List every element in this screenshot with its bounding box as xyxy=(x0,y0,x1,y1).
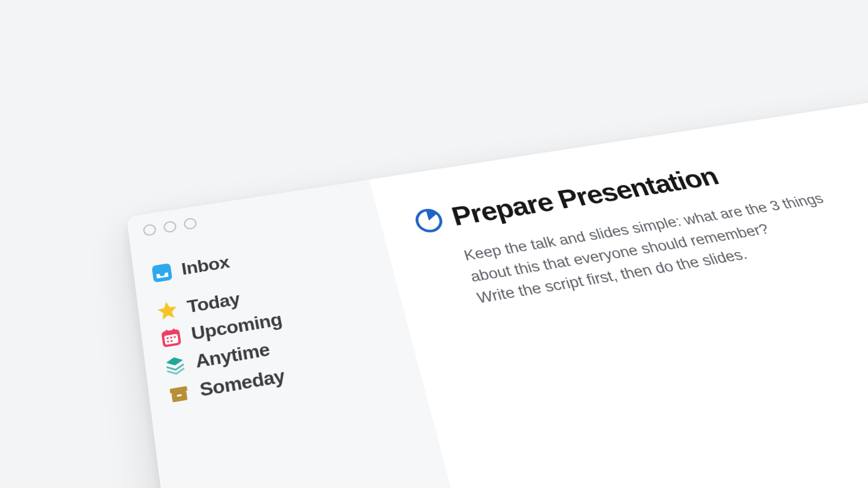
project-progress-icon xyxy=(412,206,447,235)
window-controls xyxy=(143,192,361,236)
calendar-icon xyxy=(159,326,184,349)
stack-icon xyxy=(163,353,188,377)
window-close-button[interactable] xyxy=(143,224,157,237)
window-minimize-button[interactable] xyxy=(163,221,177,233)
star-icon xyxy=(156,299,179,322)
app-window: Inbox Today xyxy=(127,59,868,488)
inbox-icon xyxy=(150,262,174,284)
sidebar-nav: Inbox Today xyxy=(147,227,403,411)
sidebar-item-label: Inbox xyxy=(180,253,231,279)
archive-box-icon xyxy=(166,381,192,406)
window-zoom-button[interactable] xyxy=(183,217,197,230)
perspective-stage: Inbox Today xyxy=(0,0,868,488)
svg-rect-0 xyxy=(151,263,172,282)
main-content: Prepare Presentation Keep the talk and s… xyxy=(369,59,868,488)
